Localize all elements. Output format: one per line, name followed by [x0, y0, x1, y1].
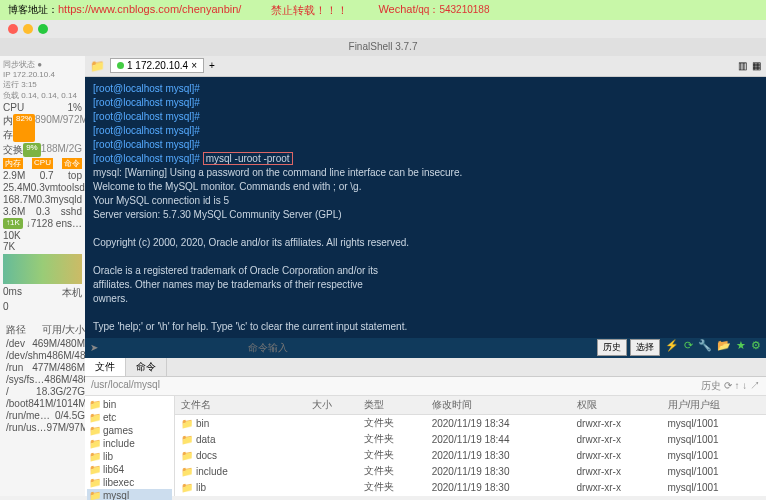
table-row[interactable]: 📁data文件夹2020/11/19 18:44drwxr-xr-xmysql/…	[175, 431, 766, 447]
speed-label: 10K	[3, 230, 82, 241]
plug-icon[interactable]: ⚡	[665, 339, 679, 356]
disk-hdr-size: 可用/大小	[42, 323, 85, 337]
table-row[interactable]: 📁docs文件夹2020/11/19 18:30drwxr-xr-xmysql/…	[175, 447, 766, 463]
file-tabs: 文件 命令	[85, 358, 766, 377]
blog-label: 博客地址：	[8, 4, 58, 15]
warning-text: mysql: [Warning] Using a password on the…	[93, 166, 758, 180]
table-row[interactable]: 📁man文件夹2020/11/19 18:30drwxr-xr-xmysql/1…	[175, 495, 766, 496]
status-icon	[117, 62, 124, 69]
layout-icon[interactable]: ▥	[738, 60, 747, 71]
table-row[interactable]: 📁include文件夹2020/11/19 18:30drwxr-xr-xmys…	[175, 463, 766, 479]
notice-text: 禁止转载！！！	[271, 3, 348, 18]
minimize-icon[interactable]	[23, 24, 33, 34]
send-icon[interactable]: ➤	[90, 342, 98, 353]
gear-icon[interactable]: ⚙	[751, 339, 761, 356]
tree-item[interactable]: 📁etc	[87, 411, 172, 424]
sync-status: 同步状态 ●	[3, 59, 82, 70]
prompt: [root@localhost mysql]#	[93, 153, 200, 164]
tree-item[interactable]: 📁lib64	[87, 463, 172, 476]
ext-icon[interactable]: ↗	[750, 380, 760, 391]
tree-item[interactable]: 📁lib	[87, 450, 172, 463]
ip-text: IP 172.20.10.4	[3, 70, 82, 79]
command-bar: ➤ 历史 选择 ⚡ ⟳ 🔧 📂 ★ ⚙	[85, 338, 766, 358]
grid-icon[interactable]: ▦	[752, 60, 761, 71]
blog-link[interactable]: https://www.cnblogs.com/chenyanbin/	[58, 3, 241, 15]
cpu-label: CPU	[3, 102, 24, 113]
tm1: Oracle is a registered trademark of Orac…	[93, 264, 758, 278]
disk-row: /dev/shm486M/486M	[6, 350, 85, 361]
net-up: ↑1K	[3, 218, 23, 229]
copyright-text: Copyright (c) 2000, 2020, Oracle and/or …	[93, 236, 758, 250]
down-icon[interactable]: ↓	[742, 380, 747, 391]
dir-tree[interactable]: 📁bin📁etc📁games📁include📁lib📁lib64📁libexec…	[85, 396, 175, 496]
folder2-icon[interactable]: 📂	[717, 339, 731, 356]
table-row[interactable]: 📁lib文件夹2020/11/19 18:30drwxr-xr-xmysql/1…	[175, 479, 766, 495]
proc-hdr-mem: 内存	[3, 158, 23, 169]
window-controls	[0, 20, 766, 38]
delay-v0: 0	[3, 301, 9, 312]
disk-row: /run/us…97M/97M	[6, 422, 85, 433]
file-table[interactable]: 文件名 大小 类型 修改时间 权限 用户/用户组 📁bin文件夹2020/11/…	[175, 396, 766, 496]
watermark-banner: 博客地址：https://www.cnblogs.com/chenyanbin/…	[0, 0, 766, 20]
disk-row: /sys/fs…486M/486M	[6, 374, 85, 385]
toolbar: 📁 1 172.20.10.4× + ▥ ▦	[85, 56, 766, 77]
tab-files[interactable]: 文件	[85, 358, 126, 376]
connid-text: Your MySQL connection id is 5	[93, 194, 758, 208]
tree-item[interactable]: 📁games	[87, 424, 172, 437]
net-chart	[3, 254, 82, 284]
col-mtime[interactable]: 修改时间	[426, 396, 571, 415]
cpu-pct: 1%	[68, 102, 82, 113]
session-tab[interactable]: 1 172.20.10.4×	[110, 58, 204, 73]
table-row[interactable]: 📁bin文件夹2020/11/19 18:34drwxr-xr-xmysql/1…	[175, 415, 766, 432]
up-icon[interactable]: ↑	[734, 380, 739, 391]
path-history[interactable]: 历史	[701, 380, 721, 391]
load-text: 负载 0.14, 0.14, 0.14	[3, 90, 82, 101]
col-perm[interactable]: 权限	[571, 396, 662, 415]
disk-row: /run477M/486M	[6, 362, 85, 373]
close-icon[interactable]	[8, 24, 18, 34]
close-tab-icon[interactable]: ×	[191, 60, 197, 71]
tree-item[interactable]: 📁mysql	[87, 489, 172, 500]
terminal[interactable]: [root@localhost mysql]#[root@localhost m…	[85, 77, 766, 338]
proc-hdr-cmd: 命令	[62, 158, 82, 169]
col-type[interactable]: 类型	[358, 396, 426, 415]
welcome-text: Welcome to the MySQL monitor. Commands e…	[93, 180, 758, 194]
tool-icon[interactable]: 🔧	[698, 339, 712, 356]
maximize-icon[interactable]	[38, 24, 48, 34]
refresh-icon[interactable]: ⟳	[684, 339, 693, 356]
tree-item[interactable]: 📁libexec	[87, 476, 172, 489]
swap-label: 交换	[3, 143, 23, 157]
col-owner[interactable]: 用户/用户组	[662, 396, 767, 415]
tree-item[interactable]: 📁include	[87, 437, 172, 450]
col-name[interactable]: 文件名	[175, 396, 306, 415]
swap-pct: 9%	[23, 143, 41, 157]
refresh2-icon[interactable]: ⟳	[724, 380, 732, 391]
cmd-mysql-login: mysql -uroot -proot	[203, 152, 293, 165]
title-bar: FinalShell 3.7.7	[0, 38, 766, 56]
command-input[interactable]	[248, 342, 448, 353]
disk-row: /boot841M/1014M	[6, 398, 85, 409]
disk-row: /18.3G/27G	[6, 386, 85, 397]
tree-item[interactable]: 📁bin	[87, 398, 172, 411]
folder-icon[interactable]: 📁	[90, 59, 105, 73]
tm2: affiliates. Other names may be trademark…	[93, 278, 758, 292]
wechat-link[interactable]: Wechat	[378, 3, 415, 15]
col-size[interactable]: 大小	[306, 396, 358, 415]
mem-pct: 82%	[13, 114, 35, 142]
tm3: owners.	[93, 292, 758, 306]
multi-button[interactable]: 选择	[630, 339, 660, 356]
version-text: Server version: 5.7.30 MySQL Community S…	[93, 208, 758, 222]
mem-label: 内存	[3, 114, 13, 142]
qq-text: /qq：543210188	[416, 4, 490, 15]
speed-label2: 7K	[3, 241, 82, 252]
current-path: /usr/local/mysql	[91, 379, 160, 393]
star-icon[interactable]: ★	[736, 339, 746, 356]
proc-hdr-cpu: CPU	[32, 158, 53, 169]
tab-label: 1 172.20.10.4	[127, 60, 188, 71]
net-down: ↓7128	[26, 218, 53, 229]
delay-local: 本机	[62, 286, 82, 300]
tab-commands[interactable]: 命令	[126, 358, 167, 376]
history-button[interactable]: 历史	[597, 339, 627, 356]
delay-label: 0ms	[3, 286, 22, 300]
add-tab-icon[interactable]: +	[209, 60, 215, 71]
